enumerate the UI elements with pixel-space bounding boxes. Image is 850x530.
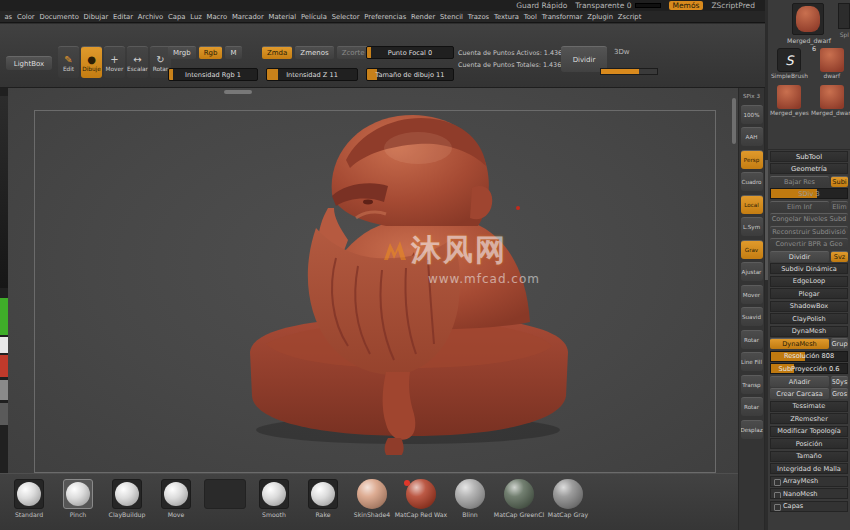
right-shelf-button[interactable]: Mover <box>741 285 763 304</box>
button-convertir-bpr-a-geo[interactable]: Convertir BPR a Geo <box>770 238 848 249</box>
palette-capas[interactable]: Capas <box>770 501 848 512</box>
draw-size-slider[interactable]: Tamaño de dibujo 11 <box>366 68 454 81</box>
quick-save-button[interactable]: Guard Rápido <box>516 1 567 10</box>
menu-item[interactable]: Preferencias <box>362 13 409 21</box>
section-subtool[interactable]: SubTool <box>770 151 848 162</box>
section-geometria[interactable]: Geometría <box>770 163 848 174</box>
section-edgeloop[interactable]: EdgeLoop <box>770 276 848 287</box>
right-shelf-button[interactable]: Ajustar <box>741 262 763 281</box>
brush-item[interactable]: Standard <box>6 479 52 518</box>
button-gros[interactable]: Gros <box>831 388 848 399</box>
paint-mode-button[interactable]: Rgb <box>199 46 223 59</box>
menu-item[interactable]: Documento <box>37 13 81 21</box>
zscript-pred-button[interactable]: ZScriptPred <box>711 1 755 10</box>
section-tama-o[interactable]: Tamaño <box>770 451 848 462</box>
menu-item[interactable]: Luz <box>188 13 204 21</box>
button-grup[interactable]: Grup <box>831 338 848 349</box>
right-shelf-button[interactable]: Persp <box>741 150 763 169</box>
slider-sdiv-3[interactable]: SDiv 3 <box>770 188 848 199</box>
viewport-canvas[interactable]: 沐风网 www.mfcad.com <box>8 88 738 473</box>
transparent-track[interactable] <box>635 3 661 8</box>
menu-item[interactable]: as <box>2 13 15 21</box>
section-claypolish[interactable]: ClayPolish <box>770 313 848 324</box>
button-elim[interactable]: Elim <box>831 201 848 212</box>
color-gradient-strip[interactable] <box>0 96 8 288</box>
transparent-slider[interactable]: Transparente 0 <box>575 1 660 10</box>
color-swatch[interactable] <box>0 355 8 377</box>
menu-item[interactable]: Película <box>299 13 330 21</box>
tool-thumbnail[interactable]: S SimpleBrush <box>770 48 809 79</box>
right-shelf-button[interactable]: Cuadro <box>741 172 763 191</box>
slider-resoluci-n-808[interactable]: Resolución 808 <box>770 351 848 362</box>
right-shelf-button[interactable]: Transp <box>741 375 763 394</box>
mode-button[interactable]: ● Dibuje <box>81 46 102 78</box>
section-shadowbox[interactable]: ShadowBox <box>770 301 848 312</box>
button-reconstruir-subdivisi[interactable]: Reconstruir Subdivisió <box>770 226 848 237</box>
z-intensity-slider[interactable]: Intensidad Z 11 <box>266 68 358 81</box>
canvas-hscroll-handle[interactable] <box>224 90 252 94</box>
rgb-intensity-slider[interactable]: Intensidad Rgb 1 <box>168 68 258 81</box>
menu-item[interactable]: Textura <box>492 13 522 21</box>
section-tessimate[interactable]: Tessimate <box>770 401 848 412</box>
panel-scroll-handle[interactable] <box>765 160 768 280</box>
button-subi[interactable]: Subi <box>831 176 848 187</box>
button-dividir[interactable]: Dividir <box>770 251 829 262</box>
right-shelf-button[interactable]: Rotar <box>741 397 763 416</box>
color-swatch[interactable] <box>0 337 8 353</box>
material-item[interactable]: MatCap Red Wax <box>398 479 444 518</box>
menu-item[interactable]: Material <box>266 13 298 21</box>
menu-item[interactable]: Macro <box>204 13 229 21</box>
right-shelf-button[interactable]: Rotar <box>741 330 763 349</box>
section-plegar[interactable]: Plegar <box>770 288 848 299</box>
lightbox-button[interactable]: LightBox <box>6 56 52 70</box>
focal-shift-slider[interactable]: Punto Focal 0 <box>366 46 454 59</box>
current-tool-thumbnail[interactable] <box>792 3 824 35</box>
mode-button[interactable]: + Mover <box>104 46 125 78</box>
right-shelf-button[interactable]: Grav <box>741 240 763 259</box>
menu-item[interactable]: Stencil <box>438 13 466 21</box>
menu-item[interactable]: Transformar <box>539 13 585 21</box>
menu-item[interactable]: Trazos <box>465 13 491 21</box>
color-swatch[interactable] <box>0 403 8 425</box>
menu-item[interactable]: Marcador <box>230 13 267 21</box>
empty-brush-slot[interactable] <box>202 479 248 509</box>
section-integridad-de-malla[interactable]: Integridad de Malla <box>770 463 848 474</box>
right-shelf-button[interactable]: Suavid <box>741 307 763 326</box>
right-shelf-button[interactable]: Desplaz <box>741 420 763 439</box>
section-subdiv-din-mica[interactable]: Subdiv Dinámica <box>770 263 848 274</box>
brush-item[interactable]: Move <box>153 479 199 518</box>
memos-button[interactable]: Memós <box>669 1 704 10</box>
menu-item[interactable]: Color <box>15 13 38 21</box>
button-50ys[interactable]: 50ys <box>831 376 848 387</box>
menu-item[interactable]: Render <box>409 13 438 21</box>
3dw-slider[interactable] <box>600 68 658 75</box>
menu-item[interactable]: Zplugin <box>585 13 615 21</box>
sculpt-mode-button[interactable]: Zmda <box>262 46 292 59</box>
paint-mode-button[interactable]: M <box>225 46 241 59</box>
menu-item[interactable]: Capa <box>166 13 188 21</box>
brush-item[interactable]: Pinch <box>55 479 101 518</box>
section-modificar-topolog-a[interactable]: Modificar Topología <box>770 426 848 437</box>
right-shelf-button[interactable]: AAH <box>741 127 763 146</box>
slider-subproyecci-n-0-6[interactable]: SubProyección 0.6 <box>770 363 848 374</box>
button-svz[interactable]: Svz <box>831 251 848 262</box>
right-shelf-button[interactable]: Line Fill <box>741 352 763 371</box>
menu-item[interactable]: Editar <box>111 13 136 21</box>
menu-item[interactable]: Selector <box>329 13 362 21</box>
right-shelf-button[interactable]: Local <box>741 195 763 214</box>
material-item[interactable]: Blinn <box>447 479 493 518</box>
section-posici-n[interactable]: Posición <box>770 438 848 449</box>
palette-nanomesh[interactable]: NanoMesh <box>770 488 848 499</box>
section-zremesher[interactable]: ZRemesher <box>770 413 848 424</box>
color-swatch[interactable] <box>0 298 8 335</box>
button-dynamesh[interactable]: DynaMesh <box>770 338 829 349</box>
3dw-label[interactable]: 3Dw <box>614 48 630 56</box>
brush-item[interactable]: Rake <box>300 479 346 518</box>
tool-thumbnail-partial[interactable] <box>838 3 850 29</box>
sculpt-mode-button[interactable]: Zmenos <box>295 46 333 59</box>
right-shelf-button[interactable]: L.Sym <box>741 217 763 236</box>
tool-thumbnail[interactable]: Merged_eyes <box>770 85 809 116</box>
tool-thumbnail[interactable]: Merged_dwarf <box>811 85 850 116</box>
canvas-vscroll-handle[interactable] <box>732 98 736 144</box>
brush-item[interactable]: Smooth <box>251 479 297 518</box>
